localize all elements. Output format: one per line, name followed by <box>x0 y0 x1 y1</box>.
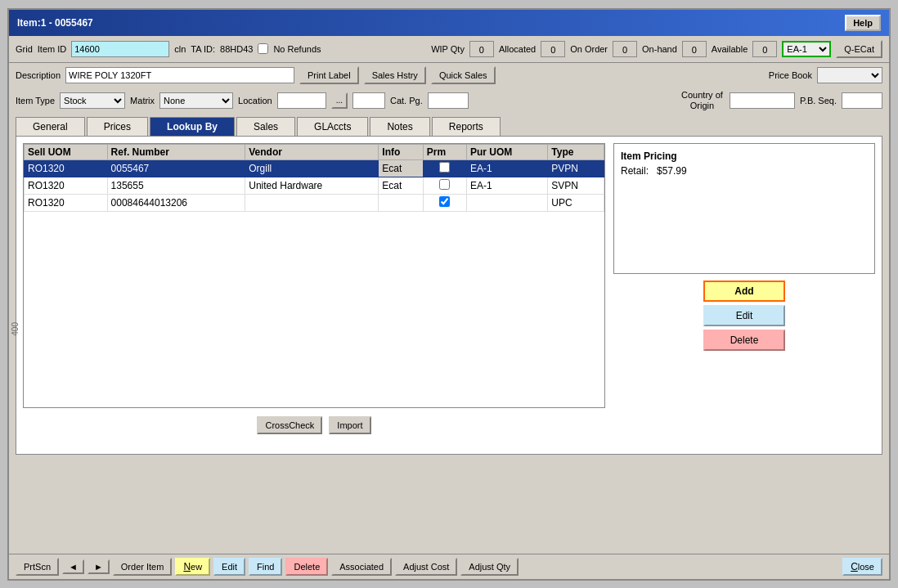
grid-label: Grid <box>16 44 33 54</box>
pricing-retail-row: Retail: $57.99 <box>621 165 868 177</box>
col-sell-uom: Sell UOM <box>25 144 108 159</box>
tab-bar: General Prices Lookup By Sales GLAccts N… <box>9 114 889 136</box>
pb-seq-label: P.B. Seq. <box>800 96 837 105</box>
lookup-content: Sell UOM Ref. Number Vendor Info Prm Pur… <box>23 143 875 438</box>
print-label-button[interactable]: Print Label <box>299 66 359 84</box>
tab-lookup-by[interactable]: Lookup By <box>150 117 235 136</box>
find-button[interactable]: Find <box>249 558 282 576</box>
tab-sales[interactable]: Sales <box>236 117 295 136</box>
ta-id-value: 88HD43 <box>220 44 253 54</box>
retail-value: $57.99 <box>657 165 687 177</box>
toolbar-row1: Grid Item ID cln TA ID: 88HD43 No Refund… <box>9 36 889 63</box>
footer-bar: PrtScn ◄ ► Order Item New Edit Find Dele… <box>9 554 889 579</box>
item-type-dropdown[interactable]: Stock <box>60 92 125 109</box>
cell-pur-uom: EA-1 <box>466 159 547 177</box>
item-id-input[interactable] <box>71 41 169 57</box>
on-order-value: 0 <box>613 41 637 57</box>
location-browse-button[interactable]: ... <box>331 92 348 109</box>
no-refunds-label: No Refunds <box>273 44 321 54</box>
crosscheck-button[interactable]: CrossCheck <box>257 416 322 434</box>
toolbar-row3: Item Type Stock Matrix None Location ...… <box>9 88 889 114</box>
location-label: Location <box>238 96 272 105</box>
main-window: Item:1 - 0055467 Help Grid Item ID cln T… <box>7 8 891 581</box>
add-button[interactable]: Add <box>703 281 785 302</box>
price-book-dropdown[interactable] <box>817 67 882 83</box>
sales-hstry-button[interactable]: Sales Hstry <box>364 66 426 84</box>
cell-type: SVPN <box>548 177 604 194</box>
cell-sell-uom: RO1320 <box>25 177 108 194</box>
cell-type: PVPN <box>548 159 604 177</box>
tab-glaccts[interactable]: GLAccts <box>297 117 368 136</box>
cell-prm[interactable] <box>423 194 466 211</box>
cln-label: cln <box>174 44 186 54</box>
cell-sell-uom: RO1320 <box>25 194 108 211</box>
table-row[interactable]: RO1320 00084644013206 UPC <box>25 194 604 211</box>
col-pur-uom: Pur UOM <box>466 144 547 159</box>
uom-dropdown[interactable]: EA-1 <box>782 41 831 57</box>
left-section: Sell UOM Ref. Number Vendor Info Prm Pur… <box>23 143 605 438</box>
cell-prm[interactable] <box>423 177 466 194</box>
cell-sell-uom: RO1320 <box>25 159 108 177</box>
adjust-cost-button[interactable]: Adjust Cost <box>395 558 457 576</box>
side-label: 400 <box>11 322 20 336</box>
country-origin-input[interactable] <box>730 92 795 109</box>
cat-pg-input[interactable] <box>428 92 469 109</box>
tab-prices[interactable]: Prices <box>87 117 148 136</box>
new-button[interactable]: New <box>175 558 210 576</box>
delete-right-button[interactable]: Delete <box>703 330 785 351</box>
item-type-label: Item Type <box>16 96 55 105</box>
description-label: Description <box>16 70 61 80</box>
table-row[interactable]: RO1320 135655 United Hardware Ecat EA-1 … <box>25 177 604 194</box>
associated-button[interactable]: Associated <box>331 558 392 576</box>
allocated-label: Allocated <box>499 44 536 54</box>
cell-info <box>379 194 423 211</box>
adjust-qty-button[interactable]: Adjust Qty <box>460 558 519 576</box>
ta-id-label: TA ID: <box>191 44 215 54</box>
quick-sales-button[interactable]: Quick Sales <box>431 66 496 84</box>
item-id-label: Item ID <box>38 44 66 54</box>
tab-notes[interactable]: Notes <box>370 117 429 136</box>
table-row[interactable]: RO1320 0055467 Orgill Ecat EA-1 PVPN <box>25 159 604 177</box>
tab-reports[interactable]: Reports <box>432 117 501 136</box>
cell-prm[interactable] <box>423 159 466 177</box>
matrix-label: Matrix <box>130 96 155 105</box>
cell-info: Ecat <box>379 177 423 194</box>
edit-button[interactable]: Edit <box>213 558 245 576</box>
pb-seq-input[interactable] <box>842 92 882 109</box>
cell-vendor: Orgill <box>245 159 379 177</box>
available-value: 0 <box>752 41 777 57</box>
col-vendor: Vendor <box>245 144 379 159</box>
description-input[interactable] <box>65 67 294 83</box>
wip-qty-label: WIP Qty <box>431 44 465 54</box>
next-button[interactable]: ► <box>88 559 110 574</box>
prtscn-button[interactable]: PrtScn <box>16 558 59 576</box>
q-ecat-button[interactable]: Q-ECat <box>836 40 882 58</box>
on-hand-label: On-hand <box>642 44 677 54</box>
tab-content-area: Sell UOM Ref. Number Vendor Info Prm Pur… <box>16 136 882 455</box>
delete-button[interactable]: Delete <box>285 558 328 576</box>
no-refunds-checkbox[interactable] <box>258 43 268 54</box>
help-button[interactable]: Help <box>845 15 881 31</box>
on-order-label: On Order <box>570 44 608 54</box>
lookup-table-panel: Sell UOM Ref. Number Vendor Info Prm Pur… <box>23 143 605 408</box>
title-bar: Item:1 - 0055467 Help <box>9 10 889 36</box>
cell-vendor <box>245 194 379 211</box>
retail-label: Retail: <box>621 165 649 177</box>
order-item-button[interactable]: Order Item <box>113 558 173 576</box>
edit-right-button[interactable]: Edit <box>703 305 785 326</box>
available-label: Available <box>712 44 748 54</box>
import-button[interactable]: Import <box>329 416 370 434</box>
close-button[interactable]: Close <box>842 558 882 576</box>
location-extra-input[interactable] <box>352 92 385 109</box>
tab-general[interactable]: General <box>16 117 85 136</box>
location-input[interactable] <box>277 92 326 109</box>
col-ref-number: Ref. Number <box>107 144 245 159</box>
window-title: Item:1 - 0055467 <box>17 17 93 29</box>
toolbar-row2: Description Print Label Sales Hstry Quic… <box>9 63 889 88</box>
prev-button[interactable]: ◄ <box>62 559 84 574</box>
cell-pur-uom <box>466 194 547 211</box>
country-origin-label: Country ofOrigin <box>680 90 725 111</box>
allocated-value: 0 <box>541 41 565 57</box>
cell-ref-number: 135655 <box>107 177 245 194</box>
matrix-dropdown[interactable]: None <box>159 92 233 109</box>
